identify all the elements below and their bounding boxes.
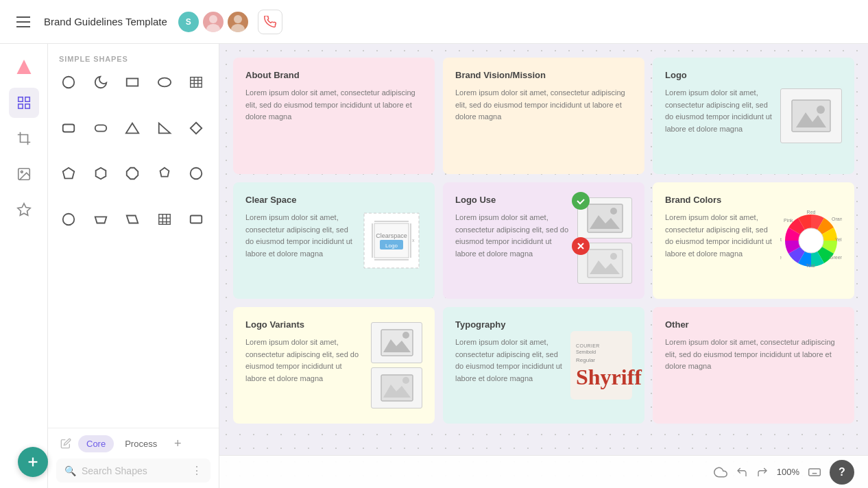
shapes-pencil-icon[interactable] <box>56 434 75 453</box>
avatar-r[interactable] <box>228 12 248 32</box>
svg-point-14 <box>158 78 171 87</box>
typography-image: Courier Semibold Regular Shyriff <box>570 319 632 411</box>
shape-hexagon[interactable] <box>87 160 114 187</box>
shape-ellipse[interactable] <box>151 69 178 96</box>
menu-button[interactable] <box>11 10 36 34</box>
card-clear-space: Clear Space Lorem ipsum dolor sit amet, … <box>233 182 435 299</box>
tab-core[interactable]: Core <box>78 435 114 452</box>
add-button[interactable] <box>18 447 48 477</box>
svg-text:Red: Red <box>807 210 816 215</box>
svg-marker-28 <box>160 168 169 177</box>
svg-marker-4 <box>17 61 29 73</box>
shape-rectangle[interactable] <box>119 69 146 96</box>
card-logo: Logo Lorem ipsum dolor sit amet, consect… <box>653 58 854 174</box>
header: Brand Guidelines Template S <box>0 0 868 44</box>
sidebar-drawing-icon[interactable] <box>9 195 39 225</box>
svg-text:Pink: Pink <box>784 218 793 223</box>
svg-point-0 <box>209 15 217 23</box>
svg-rect-74 <box>809 469 821 476</box>
svg-rect-8 <box>25 104 29 108</box>
logo-use-correct <box>577 197 632 239</box>
shape-crescent[interactable] <box>87 69 114 96</box>
brand-colors-text: Brand Colors Lorem ipsum dolor sit amet,… <box>665 195 773 286</box>
redo-icon[interactable] <box>756 466 769 478</box>
more-options-icon[interactable]: ⋮ <box>191 464 202 477</box>
logo-use-text: Logo Use Lorem ipsum dolor sit amet, con… <box>455 195 570 286</box>
shape-grid[interactable] <box>182 69 210 96</box>
svg-rect-13 <box>127 79 138 86</box>
svg-rect-21 <box>95 125 106 131</box>
svg-point-1 <box>206 24 220 32</box>
shape-extra[interactable] <box>182 206 210 233</box>
card-brand-vision: Brand Vision/Mission Lorem ipsum dolor s… <box>443 58 644 174</box>
card-logo-variants: Logo Variants Lorem ipsum dolor sit amet… <box>233 307 435 424</box>
shape-circle[interactable] <box>55 69 82 96</box>
card-body: Lorem ipsum dolor sit amet, consectetur … <box>245 337 364 385</box>
shape-polygon[interactable] <box>151 160 178 187</box>
avatar-s[interactable]: S <box>178 12 199 32</box>
shape-triangle[interactable] <box>119 114 146 142</box>
call-button[interactable] <box>258 10 282 34</box>
card-title: Brand Colors <box>665 195 773 205</box>
svg-point-10 <box>21 171 23 173</box>
svg-rect-5 <box>18 97 22 101</box>
shape-right-triangle[interactable] <box>151 114 178 142</box>
card-body: Lorem ipsum dolor sit amet, consectetur … <box>245 87 422 123</box>
variant-images <box>371 319 422 411</box>
sidebar-frames-icon[interactable] <box>9 88 39 118</box>
svg-marker-32 <box>127 215 138 223</box>
shape-star[interactable] <box>182 160 210 187</box>
shapes-section-label: Simple Shapes <box>48 44 219 69</box>
card-logo-text: Logo Lorem ipsum dolor sit amet, consect… <box>665 70 772 162</box>
svg-point-41 <box>817 106 825 114</box>
shape-octagon[interactable] <box>119 160 146 187</box>
sidebar-image-icon[interactable] <box>9 159 39 189</box>
shape-table2[interactable] <box>151 206 178 233</box>
logo-image-area <box>780 70 842 162</box>
shape-parallelogram[interactable] <box>119 206 146 233</box>
search-placeholder: Search Shapes <box>82 465 186 476</box>
svg-marker-24 <box>191 122 202 134</box>
svg-point-70 <box>402 332 409 339</box>
variant-image-2 <box>371 367 422 408</box>
typography-text: Typography Lorem ipsum dolor sit amet, c… <box>455 319 564 411</box>
canvas[interactable]: About Brand Lorem ipsum dolor sit amet, … <box>219 44 868 488</box>
card-body: Lorem ipsum dolor sit amet, consectetur … <box>455 212 570 260</box>
card-body: Lorem ipsum dolor sit amet, consectetur … <box>665 87 772 135</box>
card-title: Clear Space <box>245 195 354 205</box>
sidebar-crop-icon[interactable] <box>9 123 39 154</box>
shapes-tabs: Core Process + <box>56 434 210 453</box>
sidebar <box>0 44 48 488</box>
help-button[interactable]: ? <box>830 460 854 485</box>
svg-point-12 <box>63 77 75 88</box>
search-shapes-bar[interactable]: 🔍 Search Shapes ⋮ <box>56 459 210 483</box>
shape-circle2[interactable] <box>55 206 82 233</box>
keyboard-icon[interactable] <box>808 465 821 479</box>
zoom-level[interactable]: 100% <box>777 467 799 477</box>
avatar-b[interactable] <box>203 12 224 32</box>
card-title: Brand Vision/Mission <box>455 70 632 80</box>
svg-marker-23 <box>159 123 171 133</box>
card-body: Lorem ipsum dolor sit amet, consectetur … <box>665 337 842 373</box>
shape-stadium[interactable] <box>87 114 114 142</box>
add-tab-button[interactable]: + <box>168 434 187 453</box>
shape-trapezoid[interactable] <box>87 206 114 233</box>
tab-process[interactable]: Process <box>117 435 165 452</box>
shape-diamond[interactable] <box>182 114 210 142</box>
card-body: Lorem ipsum dolor sit amet, consectetur … <box>455 337 564 385</box>
svg-rect-15 <box>191 77 202 88</box>
svg-rect-7 <box>18 104 22 108</box>
svg-point-57 <box>610 253 617 260</box>
shape-rounded-rect[interactable] <box>55 114 82 142</box>
sidebar-shapes-icon[interactable] <box>9 52 39 82</box>
svg-point-29 <box>191 168 202 180</box>
svg-marker-25 <box>63 168 75 179</box>
card-title: Logo Use <box>455 195 570 205</box>
cloud-icon[interactable] <box>714 465 727 479</box>
shape-pentagon[interactable] <box>55 160 82 187</box>
svg-rect-20 <box>63 124 75 132</box>
card-about-brand: About Brand Lorem ipsum dolor sit amet, … <box>233 58 435 174</box>
svg-rect-6 <box>25 97 29 101</box>
card-logo-use: Logo Use Lorem ipsum dolor sit amet, con… <box>443 182 644 299</box>
undo-icon[interactable] <box>736 466 748 478</box>
